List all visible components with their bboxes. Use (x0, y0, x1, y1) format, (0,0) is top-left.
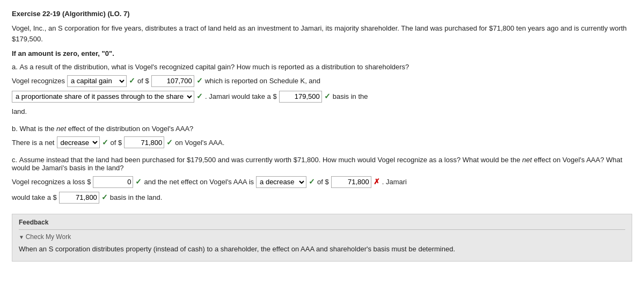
part-c-prefix1: Vogel recognizes a loss $ (12, 176, 91, 188)
feedback-text: When an S corporation distributes proper… (19, 244, 625, 255)
part-a-row1-prefix: Vogel recognizes (12, 75, 65, 87)
part-a-land: land. (12, 105, 27, 118)
part-c-row1: Vogel recognizes a loss $ ✓ and the net … (12, 175, 632, 189)
part-c-check3-icon: ✓ (101, 191, 108, 204)
part-b-check1-icon: ✓ (102, 136, 108, 149)
part-a-check2-icon: ✓ (196, 74, 203, 88)
intro-text: Vogel, Inc., an S corporation for five y… (12, 23, 632, 44)
part-c-dropdown[interactable]: a decrease an increase no effect (256, 176, 306, 188)
part-b-check2-icon: ✓ (166, 136, 173, 149)
zero-note: If an amount is zero, enter, "0". (12, 49, 632, 57)
part-c-question: Assume instead that the land had been pu… (12, 156, 623, 172)
part-c-input2[interactable] (331, 176, 371, 188)
part-b-suffix: on Vogel's AAA. (175, 136, 224, 149)
feedback-section: Feedback Check My Work When an S corpora… (12, 214, 632, 262)
part-a-check1-icon: ✓ (129, 74, 135, 88)
part-a-input2[interactable] (279, 91, 322, 103)
part-a-row2: a proportionate share of it passes throu… (12, 90, 632, 103)
part-b-input[interactable] (124, 136, 164, 148)
part-c-cross-icon: ✗ (374, 175, 380, 189)
part-c-middle1: and the net effect on Vogel's AAA is (144, 176, 254, 188)
part-b-dropdown[interactable]: decrease increase no effect (57, 136, 100, 148)
part-c-input1[interactable] (93, 176, 133, 188)
part-a-dropdown1[interactable]: a capital gain a capital loss no gain or… (67, 75, 127, 87)
part-a-middle2: . Jamari would take a $ (205, 90, 277, 103)
part-c-label: c. Assume instead that the land had been… (12, 156, 632, 172)
part-a-of-s1: of $ (137, 75, 149, 87)
part-a-question: As a result of the distribution, what is… (19, 63, 409, 71)
part-b-prefix: There is a net (12, 136, 55, 149)
part-b-of-s: of $ (111, 136, 122, 149)
feedback-title: Feedback (19, 219, 625, 226)
part-c-of-s: of $ (317, 176, 329, 188)
part-c-basis-land: basis in the land. (110, 191, 163, 204)
part-a-basis-text: basis in the (333, 90, 368, 103)
part-c-row2: would take a $ ✓ basis in the land. (12, 191, 632, 204)
part-b-label: b. What is the net effect of the distrib… (12, 125, 632, 133)
part-a-label: a. As a result of the distribution, what… (12, 63, 632, 71)
part-a-dropdown2[interactable]: a proportionate share of it passes throu… (12, 91, 194, 103)
part-b-question: What is the net effect of the distributi… (19, 125, 193, 133)
part-a-check3-icon: ✓ (196, 90, 203, 103)
part-a-suffix1: which is reported on Schedule K, and (205, 75, 320, 87)
exercise-title: Exercise 22-19 (Algorithmic) (LO. 7) (12, 10, 632, 18)
part-c-would-take: would take a $ (12, 191, 57, 204)
part-c-input3[interactable] (59, 192, 99, 204)
part-a-row1: Vogel recognizes a capital gain a capita… (12, 74, 632, 88)
part-a-check4-icon: ✓ (324, 90, 331, 103)
part-c-check2-icon: ✓ (309, 175, 315, 189)
part-a-row3: land. (12, 105, 632, 118)
part-b-row1: There is a net decrease increase no effe… (12, 136, 632, 149)
check-my-work[interactable]: Check My Work (19, 233, 625, 241)
part-c-check1-icon: ✓ (135, 175, 142, 189)
part-c-jamari: . Jamari (382, 176, 407, 188)
part-a-input1[interactable] (151, 75, 194, 87)
